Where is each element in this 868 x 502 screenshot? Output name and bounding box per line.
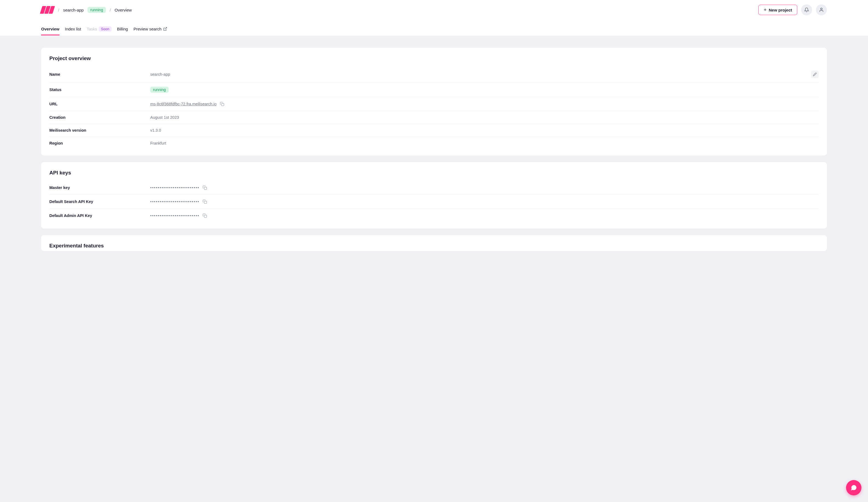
row-search-key: Default Search API Key •••••••••••••••••… <box>49 195 819 209</box>
tab-overview[interactable]: Overview <box>41 23 60 35</box>
project-overview-card: Project overview Name search-app Status … <box>41 48 827 155</box>
tab-billing[interactable]: Billing <box>117 23 128 35</box>
user-menu-button[interactable] <box>816 4 827 16</box>
copy-admin-key-button[interactable] <box>202 213 208 218</box>
notifications-button[interactable] <box>801 4 812 16</box>
api-keys-card: API keys Master key ••••••••••••••••••••… <box>41 162 827 228</box>
user-icon <box>819 7 824 12</box>
label-admin-key: Default Admin API Key <box>49 213 150 218</box>
edit-name-button[interactable] <box>811 71 819 78</box>
value-admin-key: •••••••••••••••••••••••••• <box>150 213 199 218</box>
copy-master-key-button[interactable] <box>202 185 208 191</box>
experimental-features-title: Experimental features <box>49 243 819 249</box>
svg-rect-5 <box>204 215 207 217</box>
copy-icon <box>203 213 207 218</box>
label-name: Name <box>49 72 150 76</box>
breadcrumb-page: Overview <box>115 8 132 12</box>
label-url: URL <box>49 102 150 106</box>
row-region: Region Frankfurt <box>49 137 819 150</box>
row-url: URL ms-8c6f368fdfbc-72.fra.meilisearch.i… <box>49 97 819 111</box>
svg-line-1 <box>165 28 167 29</box>
bell-icon <box>804 7 809 12</box>
project-overview-title: Project overview <box>49 55 819 61</box>
copy-icon <box>220 102 224 106</box>
plus-icon: + <box>764 7 766 12</box>
breadcrumb: / search-app running / Overview <box>41 6 132 14</box>
pencil-icon <box>813 72 817 76</box>
breadcrumb-project[interactable]: search-app <box>63 8 84 12</box>
label-search-key: Default Search API Key <box>49 199 150 204</box>
value-name: search-app <box>150 72 170 76</box>
new-project-label: New project <box>769 8 792 12</box>
value-url[interactable]: ms-8c6f368fdfbc-72.fra.meilisearch.io <box>150 102 217 106</box>
row-admin-key: Default Admin API Key ••••••••••••••••••… <box>49 209 819 223</box>
experimental-features-card: Experimental features <box>41 235 827 251</box>
copy-url-button[interactable] <box>219 101 225 107</box>
breadcrumb-separator: / <box>58 8 59 12</box>
label-status: Status <box>49 88 150 92</box>
value-creation: August 1st 2023 <box>150 115 179 120</box>
breadcrumb-separator: / <box>110 8 111 12</box>
svg-rect-2 <box>221 103 224 106</box>
svg-point-0 <box>820 8 822 10</box>
row-master-key: Master key •••••••••••••••••••••••••• <box>49 181 819 195</box>
new-project-button[interactable]: + New project <box>758 5 797 15</box>
row-creation: Creation August 1st 2023 <box>49 111 819 124</box>
copy-icon <box>203 185 207 190</box>
tab-tasks-label: Tasks <box>87 27 97 31</box>
tab-index-list[interactable]: Index list <box>65 23 81 35</box>
tabs: Overview Index list Tasks Soon Billing P… <box>41 20 827 36</box>
tab-tasks: Tasks Soon <box>87 23 112 36</box>
row-version: Meilisearch version v1.3.0 <box>49 124 819 137</box>
api-keys-title: API keys <box>49 170 819 176</box>
value-version: v1.3.0 <box>150 128 161 133</box>
value-search-key: •••••••••••••••••••••••••• <box>150 199 199 204</box>
label-master-key: Master key <box>49 185 150 190</box>
tab-preview-search-label: Preview search <box>134 27 162 31</box>
copy-icon <box>203 199 207 204</box>
row-status: Status running <box>49 83 819 97</box>
status-badge: running <box>87 7 106 13</box>
value-status: running <box>150 87 169 93</box>
label-version: Meilisearch version <box>49 128 150 133</box>
svg-rect-3 <box>204 187 207 189</box>
external-link-icon <box>163 27 167 31</box>
value-master-key: •••••••••••••••••••••••••• <box>150 185 199 190</box>
svg-rect-4 <box>204 201 207 204</box>
copy-search-key-button[interactable] <box>202 199 208 204</box>
row-name: Name search-app <box>49 66 819 83</box>
tab-preview-search[interactable]: Preview search <box>134 23 167 35</box>
value-region: Frankfurt <box>150 141 166 145</box>
label-creation: Creation <box>49 115 150 120</box>
soon-badge: Soon <box>99 26 111 32</box>
label-region: Region <box>49 141 150 145</box>
logo[interactable] <box>41 6 54 14</box>
